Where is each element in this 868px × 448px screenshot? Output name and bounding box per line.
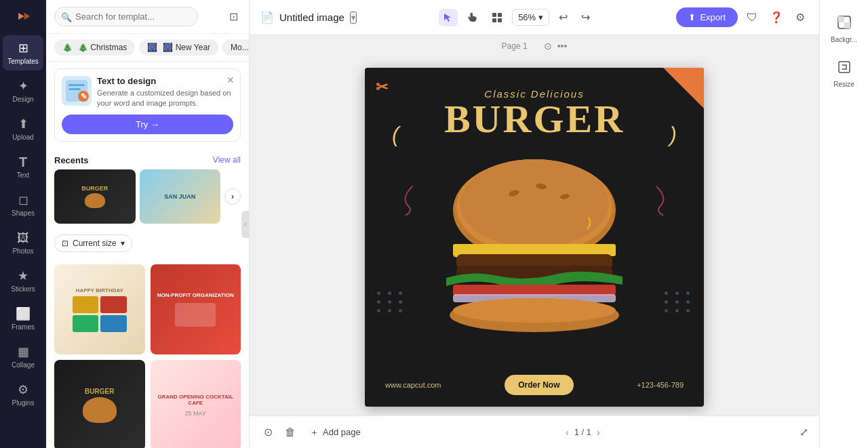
resize-icon bbox=[837, 60, 852, 78]
collage-icon: ▦ bbox=[16, 344, 31, 359]
tag-newyear[interactable]: 🎆 🎆 New Year bbox=[139, 39, 218, 56]
add-page-button[interactable]: ＋ Add page bbox=[304, 423, 366, 442]
delete-page-button[interactable]: 🗑 bbox=[281, 423, 299, 442]
add-page-icon: ＋ bbox=[310, 426, 319, 439]
svg-rect-19 bbox=[492, 13, 496, 17]
svg-rect-39 bbox=[839, 62, 850, 73]
t2d-description: Generate a customized design based on yo… bbox=[97, 88, 233, 109]
document-chevron-button[interactable]: ▾ bbox=[350, 12, 357, 24]
canvas-container: ✂ Classic Delicious BURGER ( ) bbox=[365, 68, 704, 407]
plugins-icon: ⚙ bbox=[16, 382, 31, 397]
sidebar-item-photos[interactable]: 🖼 Photos bbox=[3, 225, 43, 260]
current-size-button[interactable]: ⊡ Current size ▾ bbox=[54, 235, 132, 252]
current-size-icon: ⊡ bbox=[62, 239, 68, 248]
t2d-thumbnail: ✎ bbox=[62, 76, 92, 106]
page-settings-button[interactable]: ⊙ bbox=[260, 422, 276, 442]
recents-title: Recents bbox=[54, 155, 89, 165]
stickers-icon: ★ bbox=[16, 268, 31, 283]
dot-pattern-right bbox=[665, 291, 692, 312]
tag-more[interactable]: Mo... bbox=[222, 39, 249, 56]
photos-icon: 🖼 bbox=[16, 230, 31, 245]
svg-rect-37 bbox=[838, 16, 844, 22]
template-card-cocktail[interactable]: GRAND OPENING COCKTAIL CAFE 25 MAY bbox=[151, 360, 241, 448]
template-card-burger2[interactable]: BURGER bbox=[54, 360, 145, 448]
sidebar-item-plugins[interactable]: ⚙ Plugins bbox=[3, 377, 43, 412]
burger-main-title: BURGER bbox=[365, 100, 704, 139]
template-card-nonprofit[interactable]: NON-PROFIT ORGANIZATION bbox=[151, 264, 241, 355]
sidebar-item-shapes[interactable]: ◻ Shapes bbox=[3, 187, 43, 222]
order-now-button[interactable]: Order Now bbox=[505, 375, 573, 395]
sidebar-item-design[interactable]: ✦ Design bbox=[3, 73, 43, 108]
curl-left bbox=[399, 183, 426, 222]
undo-button[interactable]: ↩ bbox=[555, 7, 572, 27]
svg-rect-20 bbox=[498, 13, 502, 17]
right-panel-background[interactable]: Backgr... bbox=[823, 8, 865, 50]
footer-website: www.capcut.com bbox=[385, 381, 441, 389]
hand-tool-button[interactable] bbox=[463, 9, 482, 26]
t2d-close-button[interactable]: ✕ bbox=[226, 75, 235, 85]
text-to-design-card: ✎ Text to design Generate a customized d… bbox=[54, 68, 241, 142]
canvas-wrapper: Page 1 ⊙ ••• ✂ Classic Delicious BURGER … bbox=[250, 35, 819, 415]
try-button[interactable]: Try → bbox=[62, 115, 233, 134]
page-indicator: 1 / 1 bbox=[574, 427, 591, 437]
canvas-bg: ✂ Classic Delicious BURGER ( ) bbox=[365, 68, 704, 407]
sidebar-item-upload[interactable]: ⬆ Upload bbox=[3, 111, 43, 146]
layout-button[interactable] bbox=[488, 9, 507, 26]
page-more-button[interactable]: ••• bbox=[557, 41, 568, 52]
sidebar-item-templates[interactable]: ⊞ Templates bbox=[3, 35, 43, 70]
search-icon: 🔍 bbox=[61, 12, 72, 22]
templates-panel: 🔍 ⊡ 🎄 🎄 Christmas 🎆 🎆 New Year Mo... bbox=[46, 0, 250, 448]
templates-icon: ⊞ bbox=[16, 41, 31, 56]
shield-button[interactable]: 🛡 bbox=[743, 8, 761, 27]
filter-button[interactable]: ⊡ bbox=[226, 7, 241, 26]
zoom-button[interactable]: 56% ▾ bbox=[512, 9, 549, 26]
export-button[interactable]: ⬆ Export bbox=[676, 7, 738, 27]
right-panel: Backgr... Resize bbox=[819, 0, 868, 448]
main-area: 📄 Untitled image ▾ 56% ▾ ↩ ↪ ⬆ Ex bbox=[250, 0, 819, 448]
page-nav: ‹ 1 / 1 › bbox=[566, 427, 600, 438]
frames-icon: ⬜ bbox=[16, 306, 31, 321]
pointer-tool-button[interactable] bbox=[439, 9, 458, 26]
svg-rect-22 bbox=[498, 18, 502, 22]
curl-right bbox=[643, 183, 670, 222]
next-page-button[interactable]: › bbox=[597, 427, 600, 438]
help-button[interactable]: ❓ bbox=[766, 7, 787, 27]
left-sidebar: ⊞ Templates ✦ Design ⬆ Upload T Text ◻ S… bbox=[0, 0, 46, 448]
prev-page-button[interactable]: ‹ bbox=[566, 427, 569, 438]
paren-right: ) bbox=[669, 122, 677, 147]
template-grid: HAPPY BIRTHDAY NON-PROFIT ORGANIZATION bbox=[54, 264, 241, 448]
svg-text:✎: ✎ bbox=[81, 92, 87, 100]
redo-button[interactable]: ↪ bbox=[577, 7, 594, 27]
zoom-chevron: ▾ bbox=[538, 12, 543, 22]
svg-rect-21 bbox=[492, 18, 496, 22]
search-input[interactable] bbox=[54, 7, 198, 26]
settings-button[interactable]: ⚙ bbox=[792, 7, 808, 27]
recent-thumb-burger[interactable]: BURGER bbox=[54, 169, 136, 224]
top-toolbar: 📄 Untitled image ▾ 56% ▾ ↩ ↪ ⬆ Ex bbox=[250, 0, 819, 35]
burger-title-area: Classic Delicious BURGER bbox=[365, 88, 704, 139]
document-icon: 📄 bbox=[260, 11, 274, 24]
recent-grid: BURGER SAN JUAN › bbox=[54, 169, 241, 224]
sidebar-item-collage[interactable]: ▦ Collage bbox=[3, 339, 43, 374]
search-wrapper: 🔍 bbox=[54, 7, 221, 26]
recents-next-button[interactable]: › bbox=[224, 188, 241, 205]
recents-header: Recents View all bbox=[54, 148, 241, 169]
template-card-birthday[interactable]: HAPPY BIRTHDAY bbox=[54, 264, 145, 355]
page-options-button[interactable]: ⊙ bbox=[544, 41, 552, 52]
dot-pattern-left bbox=[377, 291, 404, 312]
right-panel-resize[interactable]: Resize bbox=[823, 53, 865, 95]
tag-christmas[interactable]: 🎄 🎄 Christmas bbox=[54, 39, 135, 56]
svg-rect-3 bbox=[68, 84, 85, 86]
current-size-chevron: ▾ bbox=[121, 239, 125, 248]
document-title: Untitled image bbox=[279, 12, 344, 23]
recent-thumb-sanjuan[interactable]: SAN JUAN bbox=[140, 169, 221, 224]
sidebar-item-frames[interactable]: ⬜ Frames bbox=[3, 301, 43, 336]
bottom-bar: ⊙ 🗑 ＋ Add page ‹ 1 / 1 › ⤢ bbox=[250, 415, 819, 448]
expand-button[interactable]: ⤢ bbox=[800, 426, 808, 439]
view-all-button[interactable]: View all bbox=[213, 155, 241, 165]
svg-point-25 bbox=[460, 159, 609, 247]
sidebar-item-text[interactable]: T Text bbox=[3, 149, 43, 184]
svg-rect-38 bbox=[844, 22, 850, 28]
sidebar-item-stickers[interactable]: ★ Stickers bbox=[3, 263, 43, 298]
panel-collapse-handle[interactable]: ‹ bbox=[241, 211, 250, 238]
